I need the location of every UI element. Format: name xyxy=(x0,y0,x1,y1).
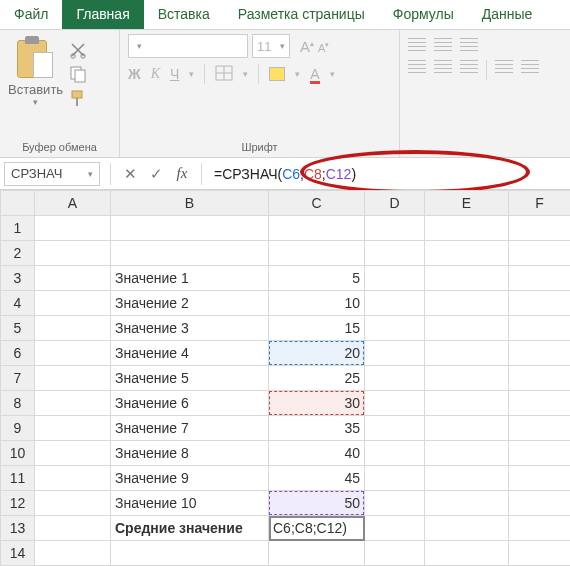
cell-E10[interactable] xyxy=(425,441,509,466)
chevron-down-icon[interactable]: ▾ xyxy=(243,69,248,79)
tab-data[interactable]: Данные xyxy=(468,0,547,29)
column-header-C[interactable]: C xyxy=(269,191,365,216)
cell-B3[interactable]: Значение 1 xyxy=(111,266,269,291)
cell-B5[interactable]: Значение 3 xyxy=(111,316,269,341)
row-header[interactable]: 6 xyxy=(1,341,35,366)
underline-button[interactable]: Ч xyxy=(170,66,179,82)
tab-insert[interactable]: Вставка xyxy=(144,0,224,29)
chevron-down-icon[interactable]: ▾ xyxy=(88,169,93,179)
cell-B14[interactable] xyxy=(111,541,269,566)
cell-F11[interactable] xyxy=(509,466,571,491)
tab-page-layout[interactable]: Разметка страницы xyxy=(224,0,379,29)
cell-D13[interactable] xyxy=(365,516,425,541)
tab-file[interactable]: Файл xyxy=(0,0,62,29)
chevron-down-icon[interactable]: ▾ xyxy=(330,69,335,79)
cell-E6[interactable] xyxy=(425,341,509,366)
cell-A11[interactable] xyxy=(35,466,111,491)
cell-D5[interactable] xyxy=(365,316,425,341)
cell-A14[interactable] xyxy=(35,541,111,566)
cell-C5[interactable]: 15 xyxy=(269,316,365,341)
cell-F6[interactable] xyxy=(509,341,571,366)
row-header[interactable]: 7 xyxy=(1,366,35,391)
cell-E7[interactable] xyxy=(425,366,509,391)
chevron-down-icon[interactable]: ▾ xyxy=(189,69,194,79)
cell-C11[interactable]: 45 xyxy=(269,466,365,491)
cell-B13[interactable]: Средние значение xyxy=(111,516,269,541)
cell-B12[interactable]: Значение 10 xyxy=(111,491,269,516)
cell-A4[interactable] xyxy=(35,291,111,316)
cell-A13[interactable] xyxy=(35,516,111,541)
cell-F1[interactable] xyxy=(509,216,571,241)
cell-D3[interactable] xyxy=(365,266,425,291)
chevron-down-icon[interactable]: ▾ xyxy=(295,69,300,79)
chevron-down-icon[interactable]: ▾ xyxy=(8,97,62,107)
spreadsheet-grid[interactable]: A B C D E F 123Значение 154Значение 2105… xyxy=(0,190,570,566)
row-header[interactable]: 4 xyxy=(1,291,35,316)
cell-A1[interactable] xyxy=(35,216,111,241)
font-color-icon[interactable]: A xyxy=(310,66,319,82)
align-center-icon[interactable] xyxy=(434,60,452,74)
cell-C4[interactable]: 10 xyxy=(269,291,365,316)
decrease-font-icon[interactable]: A▾ xyxy=(318,41,329,54)
align-top-icon[interactable] xyxy=(408,38,426,52)
cell-D10[interactable] xyxy=(365,441,425,466)
cell-F5[interactable] xyxy=(509,316,571,341)
cell-F8[interactable] xyxy=(509,391,571,416)
cell-E11[interactable] xyxy=(425,466,509,491)
bold-button[interactable]: Ж xyxy=(128,66,141,82)
align-middle-icon[interactable] xyxy=(434,38,452,52)
cell-D2[interactable] xyxy=(365,241,425,266)
cell-D12[interactable] xyxy=(365,491,425,516)
cell-F9[interactable] xyxy=(509,416,571,441)
cell-A3[interactable] xyxy=(35,266,111,291)
row-header[interactable]: 11 xyxy=(1,466,35,491)
cell-E12[interactable] xyxy=(425,491,509,516)
row-header[interactable]: 3 xyxy=(1,266,35,291)
paste-button[interactable]: Вставить ▾ xyxy=(8,34,62,107)
tab-formulas[interactable]: Формулы xyxy=(379,0,468,29)
formula-input[interactable]: =СРЗНАЧ(C6;C8;C12) xyxy=(208,162,570,186)
column-header-B[interactable]: B xyxy=(111,191,269,216)
cell-C10[interactable]: 40 xyxy=(269,441,365,466)
cell-C9[interactable]: 35 xyxy=(269,416,365,441)
cell-A7[interactable] xyxy=(35,366,111,391)
cell-A2[interactable] xyxy=(35,241,111,266)
cell-A9[interactable] xyxy=(35,416,111,441)
cell-A10[interactable] xyxy=(35,441,111,466)
cell-B9[interactable]: Значение 7 xyxy=(111,416,269,441)
increase-font-icon[interactable]: A▴ xyxy=(300,38,314,55)
font-size-combo[interactable]: 11▾ xyxy=(252,34,290,58)
cell-D4[interactable] xyxy=(365,291,425,316)
cell-E13[interactable] xyxy=(425,516,509,541)
cell-C13[interactable]: C6;C8;C12) xyxy=(269,516,365,541)
cell-F3[interactable] xyxy=(509,266,571,291)
cell-F10[interactable] xyxy=(509,441,571,466)
fill-color-icon[interactable] xyxy=(269,67,285,81)
cell-C6[interactable]: 20 xyxy=(269,341,365,366)
decrease-indent-icon[interactable] xyxy=(495,60,513,74)
cell-F13[interactable] xyxy=(509,516,571,541)
italic-button[interactable]: К xyxy=(151,66,160,82)
cell-B1[interactable] xyxy=(111,216,269,241)
cell-A8[interactable] xyxy=(35,391,111,416)
cell-A12[interactable] xyxy=(35,491,111,516)
column-header-D[interactable]: D xyxy=(365,191,425,216)
fx-button[interactable]: fx xyxy=(169,165,195,182)
cut-icon[interactable] xyxy=(68,40,88,58)
row-header[interactable]: 2 xyxy=(1,241,35,266)
row-header[interactable]: 10 xyxy=(1,441,35,466)
cell-B4[interactable]: Значение 2 xyxy=(111,291,269,316)
format-painter-icon[interactable] xyxy=(68,88,88,106)
cell-C2[interactable] xyxy=(269,241,365,266)
cell-A6[interactable] xyxy=(35,341,111,366)
increase-indent-icon[interactable] xyxy=(521,60,539,74)
cell-D14[interactable] xyxy=(365,541,425,566)
row-header[interactable]: 8 xyxy=(1,391,35,416)
cell-B11[interactable]: Значение 9 xyxy=(111,466,269,491)
font-name-combo[interactable]: ▾ xyxy=(128,34,248,58)
column-header-E[interactable]: E xyxy=(425,191,509,216)
cell-F12[interactable] xyxy=(509,491,571,516)
cell-E3[interactable] xyxy=(425,266,509,291)
row-header[interactable]: 12 xyxy=(1,491,35,516)
cell-E4[interactable] xyxy=(425,291,509,316)
